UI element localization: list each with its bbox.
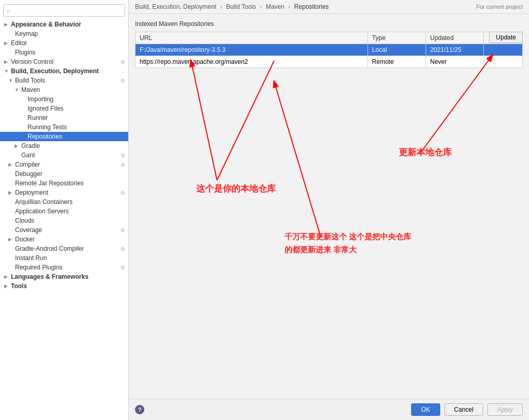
settings-icon: ⚙ xyxy=(120,246,125,252)
cell-type: Local xyxy=(368,44,426,56)
settings-icon: ⚙ xyxy=(120,162,125,168)
section-title: Indexed Maven Repositories xyxy=(135,20,523,28)
main-content: Build, Execution, Deployment › Build Too… xyxy=(129,0,529,420)
sidebar-item-required-plugins[interactable]: Required Plugins ⚙ xyxy=(0,263,128,272)
breadcrumb-bar: Build, Execution, Deployment › Build Too… xyxy=(129,0,529,14)
table-wrapper: URL Type Updated F:/Java/maven/repositor… xyxy=(135,32,523,68)
cell-updated: Never xyxy=(426,56,484,68)
sidebar-item-repositories[interactable]: Repositories xyxy=(0,132,128,141)
settings-icon: ⚙ xyxy=(120,227,125,233)
cell-action xyxy=(484,56,523,68)
sidebar-item-languages[interactable]: ▶ Languages & Frameworks xyxy=(0,272,128,281)
sidebar-item-running-tests[interactable]: Running Tests xyxy=(0,123,128,132)
svg-line-3 xyxy=(274,82,321,237)
sidebar-item-build-exec-deploy[interactable]: ▼ Build, Execution, Deployment xyxy=(0,66,128,76)
settings-icon: ⚙ xyxy=(120,153,125,158)
update-button[interactable]: Update xyxy=(489,32,523,43)
search-box[interactable]: ⌕ xyxy=(3,4,125,17)
arrow-icon: ▶ xyxy=(4,22,9,27)
cell-action xyxy=(484,44,523,56)
sidebar-item-editor[interactable]: ▶ Editor xyxy=(0,38,128,48)
sidebar-item-compiler[interactable]: ▶ Compiler ⚙ xyxy=(0,160,128,169)
repo-table: URL Type Updated F:/Java/maven/repositor… xyxy=(135,32,523,68)
search-icon: ⌕ xyxy=(7,7,10,13)
sidebar-item-app-servers[interactable]: Application Servers xyxy=(0,207,128,216)
sidebar-item-arquillian[interactable]: Arquillian Containers xyxy=(0,197,128,207)
sidebar-item-tools[interactable]: ▶ Tools xyxy=(0,281,128,291)
search-input[interactable] xyxy=(12,7,121,14)
dialog-body: ⌕ ▶ Appearance & Behavior Keymap ▶ Edito… xyxy=(0,0,529,420)
cell-url: https://repo.maven.apache.org/maven2 xyxy=(135,56,368,68)
help-icon[interactable]: ? xyxy=(135,405,144,414)
cell-url: F:/Java/maven/repository-3.5.3 xyxy=(135,44,368,56)
col-url: URL xyxy=(135,32,368,44)
sidebar-item-runner[interactable]: Runner xyxy=(0,113,128,123)
ok-button[interactable]: OK xyxy=(411,403,440,416)
sidebar-item-clouds[interactable]: Clouds xyxy=(0,216,128,225)
sidebar-item-deployment[interactable]: ▶ Deployment ⚙ xyxy=(0,188,128,197)
settings-icon: ⚙ xyxy=(120,265,125,270)
sidebar-item-appearance[interactable]: ▶ Appearance & Behavior xyxy=(0,20,128,29)
annotation-warning-line1: 千万不要更新这个 这个是把中央仓库 xyxy=(284,232,411,242)
col-updated: Updated xyxy=(426,32,484,44)
sidebar: ⌕ ▶ Appearance & Behavior Keymap ▶ Edito… xyxy=(0,0,129,420)
sidebar-item-plugins[interactable]: Plugins xyxy=(0,48,128,57)
annotation-update-local: 更新本地仓库 xyxy=(399,146,452,158)
svg-line-1 xyxy=(217,61,274,180)
svg-line-2 xyxy=(419,56,492,154)
sidebar-item-version-control[interactable]: ▶ Version Control ⚙ xyxy=(0,57,128,66)
cancel-button[interactable]: Cancel xyxy=(444,403,483,416)
content-area: Indexed Maven Repositories URL Type Upda… xyxy=(129,14,529,399)
sidebar-item-ignored-files[interactable]: Ignored Files xyxy=(0,104,128,113)
sidebar-item-coverage[interactable]: Coverage ⚙ xyxy=(0,225,128,235)
dialog-footer: ? OK Cancel Apply xyxy=(129,399,529,420)
settings-dialog: ⌕ ▶ Appearance & Behavior Keymap ▶ Edito… xyxy=(0,0,529,420)
table-row[interactable]: F:/Java/maven/repository-3.5.3 Local 202… xyxy=(135,44,523,56)
sidebar-item-gradle[interactable]: ▶ Gradle xyxy=(0,141,128,151)
col-type: Type xyxy=(368,32,426,44)
breadcrumb: Build, Execution, Deployment › Build Too… xyxy=(135,3,329,10)
sidebar-item-remote-jar[interactable]: Remote Jar Repositories xyxy=(0,179,128,188)
table-row[interactable]: https://repo.maven.apache.org/maven2 Rem… xyxy=(135,56,523,68)
annotation-warning-line2: 的都更新进来 非常大 xyxy=(284,245,357,255)
svg-line-0 xyxy=(191,61,217,180)
sidebar-item-gradle-android[interactable]: Gradle-Android Compiler ⚙ xyxy=(0,244,128,253)
settings-icon: ⚙ xyxy=(120,190,125,196)
sidebar-item-gant[interactable]: Gant ⚙ xyxy=(0,151,128,160)
apply-button[interactable]: Apply xyxy=(487,403,523,416)
settings-icon: ⚙ xyxy=(120,59,125,65)
sidebar-item-keymap[interactable]: Keymap xyxy=(0,29,128,38)
sidebar-item-instant-run[interactable]: Instant Run xyxy=(0,253,128,263)
for-current-project: For current project xyxy=(476,4,523,10)
sidebar-item-debugger[interactable]: Debugger xyxy=(0,169,128,179)
cell-type: Remote xyxy=(368,56,426,68)
sidebar-item-build-tools[interactable]: ▼ Build Tools ⚙ xyxy=(0,76,128,85)
annotation-overlay: 这个是你的本地仓库 更新本地仓库 千万不要更新这个 这个是把中央仓库 的都更新进… xyxy=(129,14,529,399)
sidebar-item-maven[interactable]: ▼ Maven xyxy=(0,85,128,94)
cell-updated: 2021/11/25 xyxy=(426,44,484,56)
settings-icon: ⚙ xyxy=(120,78,125,84)
annotation-local-warehouse: 这个是你的本地仓库 xyxy=(196,183,276,195)
sidebar-item-docker[interactable]: ▶ Docker xyxy=(0,235,128,244)
sidebar-item-importing[interactable]: Importing xyxy=(0,94,128,104)
